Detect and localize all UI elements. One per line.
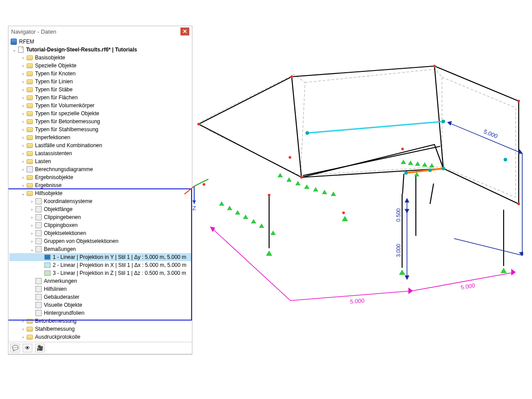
tree-label: Objektselektionen	[44, 230, 86, 236]
folder-icon	[26, 134, 33, 141]
tree-label: Typen für Stahlbemessung	[35, 126, 98, 133]
svg-marker-64	[192, 200, 196, 204]
svg-point-53	[289, 156, 291, 159]
expand-icon[interactable]: ›	[29, 231, 35, 236]
expand-icon[interactable]: ›	[20, 71, 26, 76]
expand-icon[interactable]: ›	[29, 215, 35, 220]
expand-icon[interactable]: ›	[20, 175, 26, 180]
expand-icon[interactable]: ›	[20, 335, 26, 340]
expand-icon[interactable]: ›	[20, 111, 26, 116]
folder-icon	[26, 318, 33, 324]
tree-label: Bemaßungen	[44, 246, 76, 252]
svg-line-4	[454, 239, 522, 255]
expand-icon[interactable]: ›	[20, 127, 26, 132]
folder-icon	[26, 174, 33, 180]
document-icon	[17, 47, 24, 53]
panel-toolbar: 💬 👁 🎥	[8, 342, 192, 354]
tree-label: Gruppen von Objektselektionen	[44, 238, 118, 244]
item-icon	[35, 230, 42, 236]
expand-icon[interactable]: ⌄	[20, 191, 26, 196]
svg-point-51	[342, 211, 345, 214]
expand-icon[interactable]: ›	[20, 135, 26, 140]
tree-label: Typen für Volumenkörper	[35, 102, 94, 109]
toolbar-comment-button[interactable]: 💬	[10, 344, 20, 352]
svg-marker-42	[501, 268, 507, 273]
expand-icon[interactable]: ›	[20, 79, 26, 84]
tree-label: Ergebnisobjekte	[35, 174, 73, 180]
expand-icon[interactable]: ›	[29, 199, 35, 204]
comment-icon: 💬	[12, 345, 19, 351]
svg-point-58	[428, 168, 432, 172]
item-icon	[35, 294, 42, 300]
tree-label: Ausdruckprotokolle	[35, 334, 80, 340]
viewport[interactable]: 5.000 5.000 0.500 3.000 5.000 5.000	[133, 27, 523, 337]
tree-label: Typen für Knoten	[35, 70, 75, 77]
tree-label: Typen für Linien	[35, 78, 73, 85]
svg-marker-40	[342, 216, 348, 221]
tree-label: Gebäuderaster	[44, 294, 79, 300]
toolbar-camera-button[interactable]: 🎥	[35, 344, 45, 352]
svg-point-45	[433, 65, 436, 67]
tree-label: Typen für spezielle Objekte	[35, 110, 99, 117]
expand-icon[interactable]: ⌄	[29, 247, 35, 252]
svg-marker-32	[331, 192, 336, 196]
folder-icon	[26, 55, 33, 61]
svg-point-50	[268, 194, 270, 196]
svg-marker-29	[304, 184, 309, 189]
svg-marker-17	[409, 288, 412, 293]
folder-icon	[26, 182, 33, 188]
expand-icon[interactable]: ›	[20, 119, 26, 124]
svg-marker-21	[235, 210, 240, 215]
expand-icon[interactable]: ›	[20, 55, 26, 60]
expand-icon[interactable]: ›	[20, 63, 26, 68]
expand-icon[interactable]: ›	[29, 239, 35, 244]
expand-icon[interactable]: ›	[29, 207, 35, 212]
color-swatch	[44, 254, 51, 260]
item-icon	[26, 166, 33, 172]
expand-icon[interactable]: ›	[29, 223, 35, 228]
app-icon	[10, 39, 17, 45]
expand-icon[interactable]: ›	[20, 103, 26, 108]
expand-icon[interactable]: ›	[20, 167, 26, 172]
svg-marker-28	[295, 181, 301, 185]
expand-icon[interactable]: ⌄	[11, 47, 17, 52]
tree-label: Lastassistenten	[35, 150, 72, 156]
expand-icon[interactable]: ›	[20, 327, 26, 332]
expand-icon[interactable]: ›	[20, 143, 26, 148]
folder-icon	[26, 86, 33, 93]
svg-point-46	[517, 100, 520, 102]
tree-label: RFEM	[19, 39, 34, 45]
svg-point-56	[442, 120, 445, 123]
svg-marker-6	[519, 150, 522, 153]
svg-marker-18	[512, 270, 515, 275]
toolbar-eye-button[interactable]: 👁	[23, 344, 32, 352]
svg-point-60	[504, 158, 507, 161]
tree-label: Clippingboxen	[44, 222, 78, 228]
tree-label: Clippingebenen	[44, 214, 81, 220]
expand-icon[interactable]: ›	[20, 159, 26, 164]
expand-icon[interactable]: ›	[20, 95, 26, 100]
svg-marker-36	[422, 162, 427, 167]
dim-label: 3.000	[395, 244, 402, 257]
folder-icon	[26, 334, 33, 340]
tree-label: Ergebnisse	[35, 182, 62, 188]
panel-title: Navigator - Daten	[11, 28, 56, 35]
expand-icon[interactable]: ›	[20, 183, 26, 188]
item-icon	[35, 310, 42, 316]
svg-marker-25	[270, 231, 276, 235]
tree-label: Anmerkungen	[44, 278, 77, 284]
folder-icon	[26, 126, 33, 133]
expand-icon[interactable]: ›	[20, 319, 26, 324]
folder-icon	[26, 110, 33, 117]
tree-label: Typen für Betonbemessung	[35, 118, 100, 125]
svg-marker-10	[405, 199, 409, 202]
svg-marker-23	[251, 219, 256, 223]
tree-label: Typen für Flächen	[35, 94, 78, 101]
tree-label: Lastfälle und Kombinationen	[35, 142, 102, 149]
svg-marker-26	[278, 173, 283, 177]
expand-icon[interactable]: ›	[20, 87, 26, 92]
expand-icon[interactable]: ›	[20, 151, 26, 156]
svg-point-47	[300, 176, 303, 179]
svg-marker-11	[405, 209, 409, 213]
svg-point-49	[517, 203, 520, 205]
